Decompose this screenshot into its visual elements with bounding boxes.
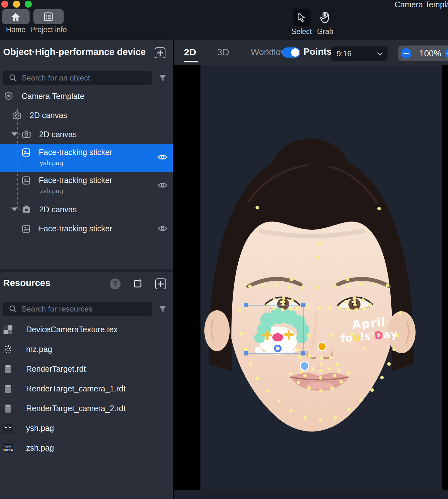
tracking-dot <box>392 348 396 351</box>
resource-item-ysh-pag[interactable]: ysh.pag <box>0 419 173 439</box>
select-tool-button[interactable] <box>293 9 311 26</box>
preview-9-16[interactable]: April fools'Day <box>200 65 442 490</box>
visibility-eye-icon[interactable] <box>158 180 168 190</box>
tracking-dot <box>363 347 366 350</box>
tree-item-face-tracking-sticker[interactable]: Face-tracking stickerzsh.pag <box>0 172 173 200</box>
sticker-selection-box[interactable] <box>246 305 304 354</box>
object-panel: Object·High-performance device Search fo… <box>0 40 173 499</box>
resource-item-rendertarget-rdt[interactable]: RenderTarget.rdt <box>0 360 173 380</box>
tree-item-2d-canvas[interactable]: 2D canvas <box>0 106 173 125</box>
project-info-label: Project info <box>29 25 68 34</box>
resource-item-rendertarget-camera-1-rdt[interactable]: RenderTarget_camera_1.rdt <box>0 380 173 399</box>
sticker-pivot-point[interactable] <box>300 361 309 371</box>
tracking-dot <box>307 386 311 390</box>
zoom-control: 100% <box>398 46 448 61</box>
zoom-in-button[interactable] <box>445 48 448 59</box>
tracking-dot <box>298 355 302 359</box>
resource-item-devicecameratexture-tex[interactable]: DeviceCameraTexture.tex <box>0 320 173 340</box>
visibility-eye-icon[interactable] <box>158 223 168 234</box>
tracking-dot <box>330 334 333 337</box>
resources-filter-icon[interactable] <box>158 304 167 314</box>
tracking-dot <box>386 284 389 287</box>
minimize-button[interactable] <box>13 1 20 8</box>
project-info-icon <box>43 12 54 23</box>
visibility-eye-icon[interactable] <box>158 152 168 162</box>
expander-icon[interactable] <box>11 207 17 211</box>
svg-text:fools'Day: fools'Day <box>3 449 13 451</box>
tracking-dot <box>328 306 332 310</box>
close-button[interactable] <box>1 1 8 8</box>
help-icon[interactable]: ? <box>110 278 121 289</box>
object-search-input[interactable]: Search for an object <box>3 71 152 85</box>
tracking-dot <box>319 389 323 392</box>
tracking-dot <box>362 307 366 310</box>
resources-title: Resources <box>3 278 50 288</box>
object-panel-header: Object·High-performance device <box>0 40 173 65</box>
home-button[interactable] <box>2 9 30 24</box>
tracking-dot <box>273 298 276 301</box>
tracking-anchor-point[interactable] <box>318 342 326 351</box>
tree-item-2d-canvas[interactable]: 2D canvas <box>0 125 173 144</box>
tracking-dot <box>277 399 280 403</box>
tracking-dot <box>266 389 269 393</box>
zoom-level: 100% <box>419 49 441 59</box>
tracking-dot <box>240 332 243 335</box>
workflow-points-toggle[interactable] <box>282 47 300 58</box>
tree-item-face-tracking-sticker[interactable]: Face-tracking stickerysh.pag <box>0 144 173 172</box>
resize-handle-se[interactable] <box>301 351 305 355</box>
zoom-out-button[interactable] <box>401 48 411 59</box>
tracking-dot <box>359 398 362 402</box>
tracking-dot <box>347 285 350 289</box>
image-sticker-icon <box>21 223 31 234</box>
tracking-dot <box>339 306 342 310</box>
tree-item-face-tracking-sticker[interactable]: Face-tracking sticker <box>0 219 173 238</box>
particle-dots-icon <box>3 345 13 354</box>
import-resource-icon[interactable] <box>132 278 143 289</box>
add-object-button[interactable] <box>155 47 165 58</box>
render-target-icon <box>3 364 13 374</box>
tracking-dot <box>301 286 304 290</box>
tracking-dot <box>256 206 259 209</box>
tree-item-2d-canvas[interactable]: 2D canvas <box>0 200 173 219</box>
tab-3d[interactable]: 3D <box>217 47 229 58</box>
resources-search-placeholder: Search for resources <box>22 305 93 313</box>
tracking-dot <box>248 285 252 288</box>
tracking-dot <box>354 308 358 311</box>
tracking-dot <box>308 334 312 337</box>
resize-handle-sw[interactable] <box>244 351 248 355</box>
resource-item-mz-pag[interactable]: mz.pag <box>0 340 173 360</box>
tracking-dot <box>275 284 278 287</box>
resources-search-input[interactable]: Search for resources <box>3 302 152 316</box>
resource-name: DeviceCameraTexture.tex <box>26 325 118 334</box>
tree-item-sublabel: zsh.pag <box>40 187 63 195</box>
hexagon-node-icon <box>4 91 14 101</box>
object-search-placeholder: Search for an object <box>22 74 90 82</box>
image-sticker-icon <box>21 147 31 157</box>
resource-item-rendertarget-camera-2-rdt[interactable]: RenderTarget_camera_2.rdt <box>0 399 173 419</box>
thumb-zsh-icon: Aprilfools'Day <box>3 443 13 453</box>
tracking-dot <box>303 374 307 377</box>
tracking-dot <box>319 376 322 380</box>
canvas-viewport[interactable]: April fools'Day <box>174 65 448 490</box>
resize-handle-nw[interactable] <box>244 303 248 307</box>
tree-item-label: Face-tracking sticker <box>39 224 112 233</box>
tracking-dot <box>330 386 334 390</box>
project-info-button[interactable] <box>33 9 64 24</box>
resource-item-zsh-pag[interactable]: Aprilfools'Dayzsh.pag <box>0 439 173 459</box>
tree-item-camera-template[interactable]: Camera Template <box>0 87 173 106</box>
tree-item-label: Face-tracking sticker <box>39 148 112 157</box>
object-filter-icon[interactable] <box>158 73 167 83</box>
maximize-button[interactable] <box>25 1 32 8</box>
tab-2d[interactable]: 2D <box>184 47 196 58</box>
tracking-dot <box>337 369 340 372</box>
tracking-dot <box>319 369 323 372</box>
resize-handle-ne[interactable] <box>301 303 305 307</box>
add-resource-button[interactable] <box>155 278 166 289</box>
tab-2d-underline <box>184 61 198 62</box>
horizontal-scrollbar[interactable] <box>174 490 448 499</box>
aspect-ratio-select[interactable]: 9:16 <box>331 46 388 61</box>
grab-tool-button[interactable] <box>317 10 333 25</box>
tracking-dot <box>315 286 319 289</box>
expander-icon[interactable] <box>11 132 17 136</box>
tracking-dot <box>303 416 307 419</box>
